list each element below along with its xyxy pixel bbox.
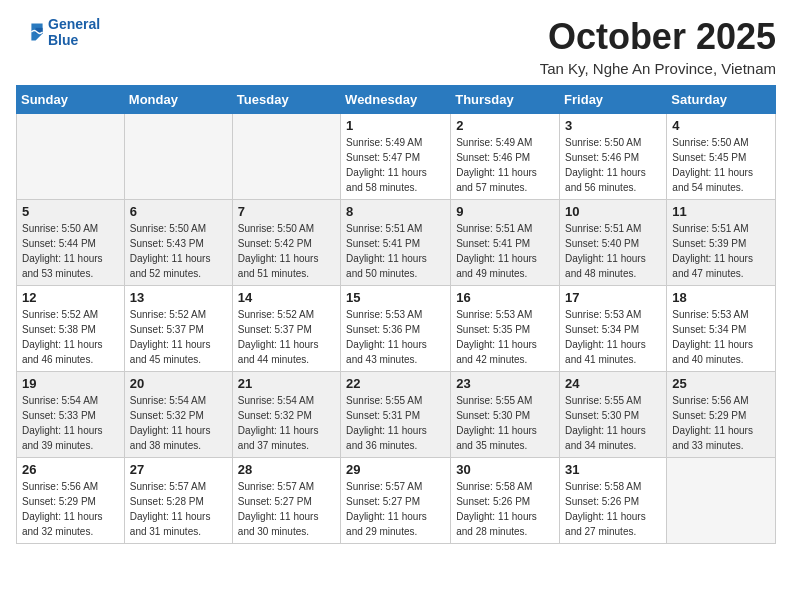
day-number: 31: [565, 462, 661, 477]
calendar-cell: 20Sunrise: 5:54 AM Sunset: 5:32 PM Dayli…: [124, 372, 232, 458]
calendar-cell: 28Sunrise: 5:57 AM Sunset: 5:27 PM Dayli…: [232, 458, 340, 544]
day-number: 16: [456, 290, 554, 305]
calendar-cell: [17, 114, 125, 200]
day-info: Sunrise: 5:50 AM Sunset: 5:43 PM Dayligh…: [130, 221, 227, 281]
day-number: 27: [130, 462, 227, 477]
day-info: Sunrise: 5:49 AM Sunset: 5:46 PM Dayligh…: [456, 135, 554, 195]
day-info: Sunrise: 5:50 AM Sunset: 5:45 PM Dayligh…: [672, 135, 770, 195]
calendar-cell: 7Sunrise: 5:50 AM Sunset: 5:42 PM Daylig…: [232, 200, 340, 286]
day-info: Sunrise: 5:53 AM Sunset: 5:34 PM Dayligh…: [565, 307, 661, 367]
day-info: Sunrise: 5:56 AM Sunset: 5:29 PM Dayligh…: [672, 393, 770, 453]
calendar-cell: 19Sunrise: 5:54 AM Sunset: 5:33 PM Dayli…: [17, 372, 125, 458]
day-info: Sunrise: 5:49 AM Sunset: 5:47 PM Dayligh…: [346, 135, 445, 195]
day-number: 24: [565, 376, 661, 391]
day-number: 7: [238, 204, 335, 219]
calendar-cell: 31Sunrise: 5:58 AM Sunset: 5:26 PM Dayli…: [560, 458, 667, 544]
day-info: Sunrise: 5:57 AM Sunset: 5:27 PM Dayligh…: [346, 479, 445, 539]
location-title: Tan Ky, Nghe An Province, Vietnam: [540, 60, 776, 77]
logo-area: General Blue: [16, 16, 100, 48]
calendar-cell: 3Sunrise: 5:50 AM Sunset: 5:46 PM Daylig…: [560, 114, 667, 200]
weekday-header-saturday: Saturday: [667, 86, 776, 114]
calendar-cell: 18Sunrise: 5:53 AM Sunset: 5:34 PM Dayli…: [667, 286, 776, 372]
day-number: 6: [130, 204, 227, 219]
header: General Blue October 2025 Tan Ky, Nghe A…: [16, 16, 776, 77]
day-number: 19: [22, 376, 119, 391]
calendar-cell: 29Sunrise: 5:57 AM Sunset: 5:27 PM Dayli…: [341, 458, 451, 544]
calendar-cell: 15Sunrise: 5:53 AM Sunset: 5:36 PM Dayli…: [341, 286, 451, 372]
month-title: October 2025: [540, 16, 776, 58]
calendar-cell: 25Sunrise: 5:56 AM Sunset: 5:29 PM Dayli…: [667, 372, 776, 458]
calendar-cell: 4Sunrise: 5:50 AM Sunset: 5:45 PM Daylig…: [667, 114, 776, 200]
day-number: 12: [22, 290, 119, 305]
calendar-week-row: 12Sunrise: 5:52 AM Sunset: 5:38 PM Dayli…: [17, 286, 776, 372]
calendar-cell: 22Sunrise: 5:55 AM Sunset: 5:31 PM Dayli…: [341, 372, 451, 458]
day-number: 25: [672, 376, 770, 391]
day-info: Sunrise: 5:55 AM Sunset: 5:31 PM Dayligh…: [346, 393, 445, 453]
day-number: 9: [456, 204, 554, 219]
weekday-header-monday: Monday: [124, 86, 232, 114]
calendar-cell: [667, 458, 776, 544]
calendar-cell: 1Sunrise: 5:49 AM Sunset: 5:47 PM Daylig…: [341, 114, 451, 200]
day-number: 28: [238, 462, 335, 477]
day-number: 23: [456, 376, 554, 391]
day-info: Sunrise: 5:54 AM Sunset: 5:32 PM Dayligh…: [238, 393, 335, 453]
day-info: Sunrise: 5:58 AM Sunset: 5:26 PM Dayligh…: [565, 479, 661, 539]
day-number: 1: [346, 118, 445, 133]
calendar-table: SundayMondayTuesdayWednesdayThursdayFrid…: [16, 85, 776, 544]
day-info: Sunrise: 5:54 AM Sunset: 5:33 PM Dayligh…: [22, 393, 119, 453]
day-info: Sunrise: 5:57 AM Sunset: 5:28 PM Dayligh…: [130, 479, 227, 539]
day-info: Sunrise: 5:52 AM Sunset: 5:38 PM Dayligh…: [22, 307, 119, 367]
calendar-cell: 5Sunrise: 5:50 AM Sunset: 5:44 PM Daylig…: [17, 200, 125, 286]
day-info: Sunrise: 5:51 AM Sunset: 5:39 PM Dayligh…: [672, 221, 770, 281]
day-info: Sunrise: 5:57 AM Sunset: 5:27 PM Dayligh…: [238, 479, 335, 539]
calendar-cell: 9Sunrise: 5:51 AM Sunset: 5:41 PM Daylig…: [451, 200, 560, 286]
day-info: Sunrise: 5:51 AM Sunset: 5:40 PM Dayligh…: [565, 221, 661, 281]
calendar-cell: 13Sunrise: 5:52 AM Sunset: 5:37 PM Dayli…: [124, 286, 232, 372]
calendar-cell: 6Sunrise: 5:50 AM Sunset: 5:43 PM Daylig…: [124, 200, 232, 286]
logo-icon: [16, 18, 44, 46]
day-info: Sunrise: 5:52 AM Sunset: 5:37 PM Dayligh…: [238, 307, 335, 367]
calendar-cell: 24Sunrise: 5:55 AM Sunset: 5:30 PM Dayli…: [560, 372, 667, 458]
day-number: 4: [672, 118, 770, 133]
weekday-header-thursday: Thursday: [451, 86, 560, 114]
calendar-cell: 27Sunrise: 5:57 AM Sunset: 5:28 PM Dayli…: [124, 458, 232, 544]
calendar-cell: 10Sunrise: 5:51 AM Sunset: 5:40 PM Dayli…: [560, 200, 667, 286]
day-info: Sunrise: 5:53 AM Sunset: 5:35 PM Dayligh…: [456, 307, 554, 367]
calendar-cell: 2Sunrise: 5:49 AM Sunset: 5:46 PM Daylig…: [451, 114, 560, 200]
day-number: 2: [456, 118, 554, 133]
day-number: 20: [130, 376, 227, 391]
day-info: Sunrise: 5:50 AM Sunset: 5:42 PM Dayligh…: [238, 221, 335, 281]
day-number: 17: [565, 290, 661, 305]
calendar-cell: 12Sunrise: 5:52 AM Sunset: 5:38 PM Dayli…: [17, 286, 125, 372]
day-info: Sunrise: 5:58 AM Sunset: 5:26 PM Dayligh…: [456, 479, 554, 539]
calendar-cell: 21Sunrise: 5:54 AM Sunset: 5:32 PM Dayli…: [232, 372, 340, 458]
calendar-week-row: 5Sunrise: 5:50 AM Sunset: 5:44 PM Daylig…: [17, 200, 776, 286]
calendar-cell: 8Sunrise: 5:51 AM Sunset: 5:41 PM Daylig…: [341, 200, 451, 286]
day-info: Sunrise: 5:54 AM Sunset: 5:32 PM Dayligh…: [130, 393, 227, 453]
day-info: Sunrise: 5:55 AM Sunset: 5:30 PM Dayligh…: [565, 393, 661, 453]
day-number: 30: [456, 462, 554, 477]
day-info: Sunrise: 5:53 AM Sunset: 5:36 PM Dayligh…: [346, 307, 445, 367]
day-info: Sunrise: 5:56 AM Sunset: 5:29 PM Dayligh…: [22, 479, 119, 539]
day-number: 11: [672, 204, 770, 219]
day-number: 29: [346, 462, 445, 477]
day-info: Sunrise: 5:55 AM Sunset: 5:30 PM Dayligh…: [456, 393, 554, 453]
weekday-header-row: SundayMondayTuesdayWednesdayThursdayFrid…: [17, 86, 776, 114]
calendar-cell: [124, 114, 232, 200]
day-number: 13: [130, 290, 227, 305]
day-number: 18: [672, 290, 770, 305]
title-area: October 2025 Tan Ky, Nghe An Province, V…: [540, 16, 776, 77]
day-info: Sunrise: 5:53 AM Sunset: 5:34 PM Dayligh…: [672, 307, 770, 367]
day-number: 14: [238, 290, 335, 305]
page-container: General Blue October 2025 Tan Ky, Nghe A…: [16, 16, 776, 544]
calendar-week-row: 1Sunrise: 5:49 AM Sunset: 5:47 PM Daylig…: [17, 114, 776, 200]
calendar-cell: 26Sunrise: 5:56 AM Sunset: 5:29 PM Dayli…: [17, 458, 125, 544]
calendar-cell: 30Sunrise: 5:58 AM Sunset: 5:26 PM Dayli…: [451, 458, 560, 544]
calendar-cell: 23Sunrise: 5:55 AM Sunset: 5:30 PM Dayli…: [451, 372, 560, 458]
weekday-header-sunday: Sunday: [17, 86, 125, 114]
calendar-cell: 17Sunrise: 5:53 AM Sunset: 5:34 PM Dayli…: [560, 286, 667, 372]
day-number: 22: [346, 376, 445, 391]
calendar-week-row: 19Sunrise: 5:54 AM Sunset: 5:33 PM Dayli…: [17, 372, 776, 458]
day-number: 5: [22, 204, 119, 219]
day-number: 8: [346, 204, 445, 219]
